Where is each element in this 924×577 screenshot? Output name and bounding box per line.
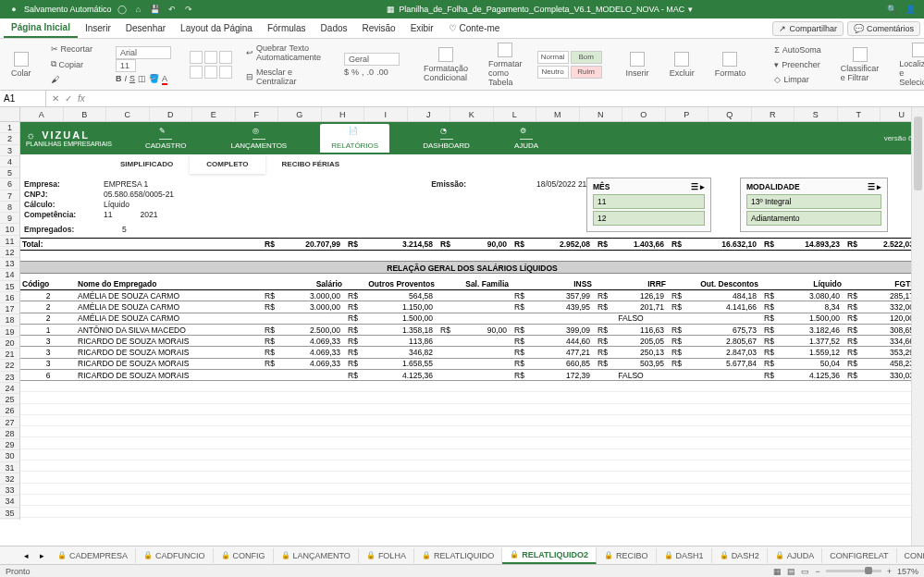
italic-button[interactable]: I: [125, 74, 128, 83]
table-row[interactable]: 3RICARDO DE SOUZA MORAISR$4.069,33R$1.65…: [20, 359, 924, 370]
font-size-select[interactable]: 11: [116, 59, 136, 72]
nav-cadastro[interactable]: ✎CADASTRO: [134, 124, 197, 153]
user-icon[interactable]: 👤: [904, 3, 917, 16]
merge-center-button[interactable]: ⊟ Mesclar e Centralizar: [241, 66, 326, 88]
currency-button[interactable]: $: [344, 68, 349, 77]
search-icon[interactable]: 🔍: [885, 3, 898, 16]
cell-styles-gallery[interactable]: NormalNeutro BomRuim: [537, 51, 602, 79]
border-button[interactable]: ◫: [138, 74, 146, 83]
nav-relatorios[interactable]: 📄RELATÓRIOS: [320, 124, 389, 153]
sheet-tab[interactable]: 🔒DASH2: [712, 548, 768, 563]
ribbon-tab-view[interactable]: Exibir: [403, 19, 441, 37]
paste-button[interactable]: Colar: [6, 50, 37, 80]
bold-button[interactable]: B: [116, 74, 122, 83]
ribbon-tab-formulas[interactable]: Fórmulas: [260, 19, 314, 37]
sheet-nav-next[interactable]: ▸: [34, 551, 50, 560]
view-layout-icon[interactable]: ▤: [787, 567, 795, 576]
view-break-icon[interactable]: ▭: [801, 567, 809, 576]
clear-button[interactable]: ◇ Limpar: [770, 73, 826, 86]
ribbon-tab-home[interactable]: Página Inicial: [4, 18, 78, 38]
underline-button[interactable]: S: [129, 74, 135, 83]
nav-ajuda[interactable]: ⚙AJUDA: [503, 124, 549, 153]
sheet-tab[interactable]: 🔒LANÇAMENTO: [274, 548, 359, 563]
table-row[interactable]: 3RICARDO DE SOUZA MORAISR$4.069,33R$113,…: [20, 336, 924, 347]
sheet-tab[interactable]: 🔒DASH1: [657, 548, 712, 563]
vertical-scrollbar[interactable]: [911, 107, 924, 546]
sheet-tab[interactable]: 🔒CADFUNCIO: [136, 548, 214, 563]
find-select-button[interactable]: Localizar e Selecionar: [893, 41, 924, 89]
copy-button[interactable]: ⧉ Copiar: [46, 57, 98, 71]
zoom-out-icon[interactable]: −: [815, 567, 819, 576]
table-row[interactable]: 2AMÉLIA DE SOUZA CARMOR$3.000,00R$1.150,…: [20, 301, 924, 313]
home-icon[interactable]: ⌂: [132, 3, 145, 16]
modality-selector[interactable]: MODALIDADE☰ ▸ 13º Integral Adiantamento: [740, 178, 888, 232]
subtab-completo[interactable]: COMPLETO: [190, 154, 265, 174]
number-format-select[interactable]: Geral: [344, 53, 400, 66]
name-box[interactable]: A1: [0, 91, 46, 106]
ribbon-tab-data[interactable]: Dados: [314, 19, 355, 37]
fill-color-button[interactable]: 🪣: [149, 74, 159, 83]
undo-icon[interactable]: ↶: [166, 3, 179, 16]
table-row[interactable]: 1ANTÔNIO DA SILVA MACEDOR$2.500,00R$1.35…: [20, 325, 924, 336]
sheet-tab[interactable]: CONFIGRELAT2: [897, 548, 925, 563]
ribbon-tab-draw[interactable]: Desenhar: [118, 19, 173, 37]
select-all-corner[interactable]: [0, 107, 20, 121]
list-icon[interactable]: ☰ ▸: [691, 182, 705, 191]
subtab-simplificado[interactable]: SIMPLIFICADO: [104, 154, 190, 174]
format-table-button[interactable]: Formatar como Tabela: [483, 41, 528, 89]
percent-button[interactable]: %: [351, 68, 359, 77]
sheet-tab[interactable]: CONFIGRELAT: [822, 548, 896, 563]
sheet-tab[interactable]: 🔒CADEMPRESA: [50, 548, 136, 563]
comma-button[interactable]: ,: [362, 68, 364, 77]
zoom-value[interactable]: 157%: [897, 567, 918, 576]
fill-button[interactable]: ▾ Preencher: [770, 58, 826, 71]
insert-cells-button[interactable]: Inserir: [621, 50, 655, 80]
sheet-tab[interactable]: 🔒CONFIG: [214, 548, 274, 563]
format-painter-button[interactable]: 🖌: [46, 73, 98, 86]
zoom-slider[interactable]: [826, 570, 881, 572]
sheet-tab[interactable]: 🔒RELATLIQUIDO: [414, 548, 502, 563]
font-name-select[interactable]: Arial: [116, 46, 171, 59]
format-cells-button[interactable]: Formato: [709, 50, 752, 80]
cancel-fx-icon[interactable]: ✕: [52, 93, 59, 104]
table-row[interactable]: 2AMÉLIA DE SOUZA CARMOR$1.500,00FALSOR$1…: [20, 313, 924, 325]
worksheet-area[interactable]: ☼ VIZUAL PLANILHAS EMPRESARIAIS ✎CADASTR…: [20, 122, 924, 520]
save-icon[interactable]: 💾: [149, 3, 162, 16]
sort-filter-button[interactable]: Classificar e Filtrar: [835, 45, 885, 84]
fx-icon[interactable]: fx: [78, 93, 85, 104]
table-row[interactable]: 6RICARDO DE SOUZA MORAISR$4.125,36R$172,…: [20, 370, 924, 381]
wrap-text-button[interactable]: ↩ Quebrar Texto Automaticamente: [241, 42, 326, 64]
table-row[interactable]: 2AMÉLIA DE SOUZA CARMOR$3.000,00R$564,58…: [20, 290, 924, 301]
ribbon-tab-review[interactable]: Revisão: [355, 19, 403, 37]
redo-icon[interactable]: ↷: [182, 3, 195, 16]
subtab-recibo-ferias[interactable]: RECIBO FÉRIAS: [265, 154, 357, 174]
sheet-tab[interactable]: 🔒FOLHA: [359, 548, 414, 563]
autosave-toggle[interactable]: ●: [7, 3, 20, 16]
column-headers[interactable]: A B C D E F G H I J K L M N O P Q R S T …: [0, 107, 924, 122]
dec-inc-button[interactable]: .0: [367, 68, 375, 77]
cut-button[interactable]: ✂ Recortar: [46, 43, 98, 55]
share-button[interactable]: ↗ Compartilhar: [772, 21, 844, 36]
sheet-tab[interactable]: 🔒AJUDA: [768, 548, 823, 563]
sheet-tab[interactable]: 🔒RELATLIQUIDO2: [502, 547, 597, 564]
sheet-nav-prev[interactable]: ◂: [18, 551, 34, 560]
ribbon-tab-insert[interactable]: Inserir: [78, 19, 118, 37]
ribbon-tab-tellme[interactable]: ♡ Conte-me: [441, 19, 508, 37]
zoom-in-icon[interactable]: +: [887, 567, 892, 576]
comments-button[interactable]: 💬 Comentários: [847, 21, 920, 36]
list-icon[interactable]: ☰ ▸: [868, 182, 881, 191]
nav-lancamentos[interactable]: ◎LANÇAMENTOS: [219, 124, 298, 153]
conditional-format-button[interactable]: Formatação Condicional: [418, 45, 474, 84]
alignment-grid[interactable]: [190, 51, 232, 79]
font-color-button[interactable]: A: [162, 74, 167, 83]
dropdown-icon[interactable]: ▾: [688, 5, 693, 14]
table-row[interactable]: 3RICARDO DE SOUZA MORAISR$4.069,33R$346,…: [20, 347, 924, 358]
toggle-off-icon[interactable]: ◯: [116, 3, 129, 16]
month-selector[interactable]: MÊS☰ ▸ 11 12: [586, 178, 711, 232]
sheet-tab[interactable]: 🔒RECIBO: [597, 548, 657, 563]
autosum-button[interactable]: Σ AutoSoma: [770, 43, 826, 56]
nav-dashboard[interactable]: ◔DASHBOARD: [412, 124, 481, 153]
view-normal-icon[interactable]: ▦: [773, 567, 782, 576]
row-headers[interactable]: 1234567891011121314151617181920212223242…: [0, 122, 20, 520]
dec-dec-button[interactable]: .00: [376, 68, 388, 77]
